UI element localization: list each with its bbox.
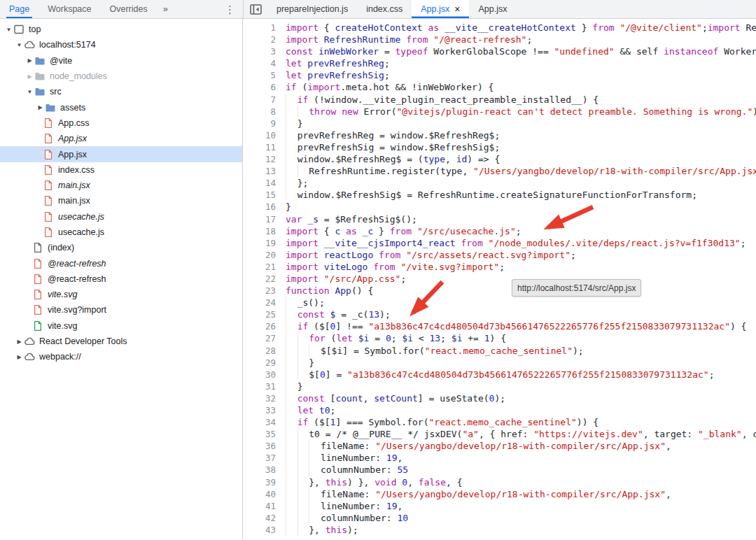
tree-item-vite-svg[interactable]: vite.svg <box>0 318 242 334</box>
chevron-right-icon[interactable]: ▶ <box>15 354 24 360</box>
line-number[interactable]: 22 <box>244 273 286 285</box>
file-tab-prepareinjection-js-0[interactable]: prepareInjection.js <box>267 0 357 18</box>
chevron-down-icon[interactable]: ▼ <box>15 42 24 48</box>
tree-item-app-jsx[interactable]: App.jsx <box>0 131 242 146</box>
code-line-29[interactable]: 29} <box>244 357 756 369</box>
code-line-10[interactable]: 10prevRefreshReg = window.$RefreshReg$; <box>244 129 756 141</box>
code-line-4[interactable]: 4let prevRefreshReg; <box>244 57 756 69</box>
file-tab-app-jsx-2[interactable]: App.jsx× <box>412 0 469 18</box>
panel-tab-workspace[interactable]: Workspace <box>38 0 100 18</box>
chevron-down-icon[interactable]: ▼ <box>4 27 13 33</box>
code-line-30[interactable]: 30$[0] = "a13b836c47c4cd480504d73b456614… <box>244 369 756 381</box>
code-line-40[interactable]: 40fileName: "/Users/yangbo/develop/r18-w… <box>244 488 756 500</box>
tree-item-app-css[interactable]: App.css <box>0 115 242 131</box>
code-line-37[interactable]: 37lineNumber: 19, <box>244 452 756 464</box>
code-line-23[interactable]: 23function App() { <box>244 285 756 297</box>
code-line-6[interactable]: 6if (import.meta.hot && !inWebWorker) { <box>244 81 756 93</box>
tree-item--index-[interactable]: (index) <box>0 240 242 255</box>
code-line-7[interactable]: 7if (!window.__vite_plugin_react_preambl… <box>244 94 756 106</box>
line-number[interactable]: 28 <box>244 345 286 357</box>
line-number[interactable]: 40 <box>244 488 286 500</box>
line-number[interactable]: 12 <box>244 153 286 165</box>
chevron-right-icon[interactable]: ▶ <box>25 73 34 80</box>
line-number[interactable]: 21 <box>244 261 286 273</box>
code-line-41[interactable]: 41lineNumber: 19, <box>244 500 756 512</box>
line-number[interactable]: 38 <box>244 464 286 476</box>
tree-item-vite-svg[interactable]: vite.svg <box>0 287 242 302</box>
code-line-5[interactable]: 5let prevRefreshSig; <box>244 69 756 81</box>
tree-item-top[interactable]: ▼top <box>0 22 242 37</box>
code-line-21[interactable]: 21import viteLogo from "/vite.svg?import… <box>244 261 756 273</box>
line-number[interactable]: 19 <box>244 237 286 249</box>
toggle-sidebar-button[interactable] <box>244 0 267 18</box>
line-number[interactable]: 29 <box>244 357 286 369</box>
line-number[interactable]: 13 <box>244 165 286 177</box>
code-line-43[interactable]: 43}, this); <box>244 524 756 536</box>
code-line-12[interactable]: 12window.$RefreshReg$ = (type, id) => { <box>244 153 756 165</box>
line-number[interactable]: 35 <box>244 428 286 440</box>
code-line-2[interactable]: 2import RefreshRuntime from "/@react-ref… <box>244 34 756 45</box>
line-number[interactable]: 10 <box>244 129 286 141</box>
code-editor[interactable]: 1import { createHotContext as __vite__cr… <box>244 19 756 540</box>
tree-item-webpack-[interactable]: ▶webpack:// <box>0 349 242 364</box>
code-line-20[interactable]: 20import reactLogo from "/src/assets/rea… <box>244 249 756 261</box>
code-line-26[interactable]: 26if ($[0] !== "a13b836c47c4cd480504d73b… <box>244 320 756 332</box>
code-line-17[interactable]: 17var _s = $RefreshSig$(); <box>244 213 756 225</box>
code-line-39[interactable]: 39}, this) }, void 0, false, { <box>244 476 756 488</box>
code-line-32[interactable]: 32const [count, setCount] = useState(0); <box>244 392 756 404</box>
line-number[interactable]: 26 <box>244 320 286 332</box>
tree-item-main-jsx[interactable]: main.jsx <box>0 178 242 193</box>
code-line-14[interactable]: 14}; <box>244 177 756 189</box>
tree-item-vite-svg-import[interactable]: vite.svg?import <box>0 302 242 318</box>
code-line-15[interactable]: 15window.$RefreshSig$ = RefreshRuntime.c… <box>244 189 756 201</box>
panel-tab-overrides[interactable]: Overrides <box>101 0 157 18</box>
file-tab-index-css-1[interactable]: index.css <box>357 0 412 18</box>
code-line-9[interactable]: 9} <box>244 118 756 129</box>
code-line-36[interactable]: 36fileName: "/Users/yangbo/develop/r18-w… <box>244 440 756 452</box>
tree-item-index-css[interactable]: index.css <box>0 162 242 178</box>
line-number[interactable]: 9 <box>244 118 286 129</box>
line-number[interactable]: 34 <box>244 416 286 428</box>
code-line-38[interactable]: 38columnNumber: 55 <box>244 464 756 476</box>
code-line-28[interactable]: 28$[$i] = Symbol.for("react.memo_cache_s… <box>244 345 756 357</box>
code-line-1[interactable]: 1import { createHotContext as __vite__cr… <box>244 22 756 34</box>
chevron-down-icon[interactable]: ▼ <box>25 89 34 95</box>
close-icon[interactable]: × <box>454 4 460 14</box>
line-number[interactable]: 23 <box>244 285 286 297</box>
line-number[interactable]: 5 <box>244 69 286 81</box>
code-line-13[interactable]: 13RefreshRuntime.register(type, "/Users/… <box>244 165 756 177</box>
tree-item-react-developer-tools[interactable]: ▶React Developer Tools <box>0 334 242 349</box>
line-number[interactable]: 33 <box>244 404 286 416</box>
code-line-27[interactable]: 27for (let $i = 0; $i < 13; $i += 1) { <box>244 332 756 344</box>
line-number[interactable]: 43 <box>244 524 286 536</box>
code-line-42[interactable]: 42columnNumber: 10 <box>244 512 756 524</box>
tree-item--react-refresh[interactable]: @react-refresh <box>0 255 242 271</box>
line-number[interactable]: 3 <box>244 45 286 57</box>
tree-item-node-modules[interactable]: ▶node_modules <box>0 69 242 84</box>
code-line-3[interactable]: 3const inWebWorker = typeof WorkerGlobal… <box>244 45 756 57</box>
tree-item--react-refresh[interactable]: @react-refresh <box>0 271 242 287</box>
line-number[interactable]: 20 <box>244 249 286 261</box>
file-tab-app-jsx-3[interactable]: App.jsx <box>469 0 516 18</box>
line-number[interactable]: 24 <box>244 297 286 308</box>
tree-item-usecache-js[interactable]: usecache.js <box>0 209 242 225</box>
code-line-25[interactable]: 25const $ = _c(13); <box>244 308 756 320</box>
line-number[interactable]: 4 <box>244 57 286 69</box>
chevron-right-icon[interactable]: ▶ <box>25 57 34 64</box>
tree-item-usecache-js[interactable]: usecache.js <box>0 225 242 240</box>
line-number[interactable]: 31 <box>244 381 286 392</box>
tree-item-src[interactable]: ▼src <box>0 84 242 99</box>
line-number[interactable]: 30 <box>244 369 286 381</box>
line-number[interactable]: 41 <box>244 500 286 512</box>
tree-item--vite[interactable]: ▶@vite <box>0 53 242 69</box>
line-number[interactable]: 42 <box>244 512 286 524</box>
tree-item-app-jsx[interactable]: App.jsx <box>0 146 242 162</box>
code-line-34[interactable]: 34if ($[1] === Symbol.for("react.memo_ca… <box>244 416 756 428</box>
tree-item-main-jsx[interactable]: main.jsx <box>0 193 242 208</box>
code-line-11[interactable]: 11prevRefreshSig = window.$RefreshSig$; <box>244 141 756 153</box>
line-number[interactable]: 39 <box>244 476 286 488</box>
line-number[interactable]: 11 <box>244 141 286 153</box>
code-line-35[interactable]: 35t0 = /* @__PURE__ */ jsxDEV("a", { hre… <box>244 428 756 440</box>
line-number[interactable]: 14 <box>244 177 286 189</box>
kebab-menu-icon[interactable]: ⋮ <box>225 4 235 15</box>
